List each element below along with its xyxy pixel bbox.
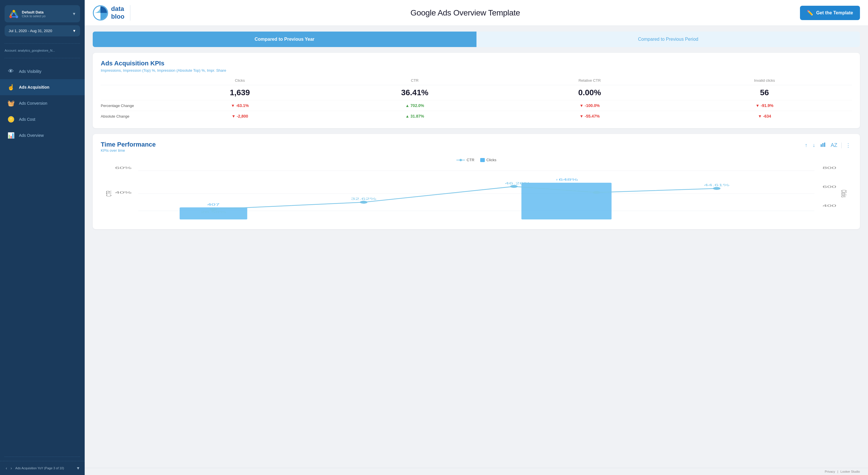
abs-change-clicks-arrow: ▼ (231, 114, 236, 118)
tab-previous-year[interactable]: Compared to Previous Year (93, 32, 476, 47)
abs-change-rctr-arrow: ▼ (580, 114, 584, 118)
svg-text:40%: 40% (115, 191, 132, 195)
sidebar-item-ads-conversion-label: Ads Conversion (19, 101, 48, 106)
sidebar-item-ads-visibility-label: Ads Visibility (19, 69, 41, 74)
perf-subtitle: KPIs over time (101, 148, 156, 152)
svg-point-27 (593, 191, 600, 194)
next-page-button[interactable]: › (9, 465, 13, 472)
kpi-value-clicks: 1,639 (152, 86, 327, 99)
prev-page-button[interactable]: ‹ (5, 465, 8, 472)
pct-change-ctr-value: 702.0% (410, 103, 424, 108)
absolute-change-label: Absolute Change (101, 114, 152, 118)
svg-text:407: 407 (207, 203, 220, 206)
svg-text:CTR: CTR (104, 191, 113, 197)
svg-text:600: 600 (823, 185, 836, 189)
account-title: Default Data (22, 10, 69, 14)
visibility-icon: 👁 (7, 68, 15, 75)
account-value-text: analytics_googlestore_N... (18, 49, 55, 52)
databloo-logo-icon (93, 5, 108, 21)
percentage-change-label: Percentage Change (101, 104, 152, 108)
abs-change-clicks: ▼ -2,800 (152, 114, 327, 118)
account-chevron-icon: ▼ (72, 11, 76, 16)
svg-point-26 (510, 185, 518, 188)
svg-point-25 (360, 201, 367, 204)
svg-text:Clicks: Clicks (840, 190, 848, 198)
footer-separator: | (837, 470, 838, 473)
pct-change-rctr-arrow: ▼ (580, 103, 584, 108)
sidebar-item-ads-visibility[interactable]: 👁 Ads Visibility (0, 63, 85, 79)
chart-container: 60% 40% 800 600 400 CTR Clicks (101, 165, 852, 222)
abs-change-ctr: ▲ 31.87% (327, 114, 502, 118)
time-performance-card: Time Performance KPIs over time ↑ ↓ AZ (93, 134, 860, 229)
footer-bar: Privacy | Looker Studio (85, 468, 868, 475)
sidebar-divider-1 (5, 43, 80, 44)
looker-studio-label: Looker Studio (840, 470, 860, 473)
account-selector[interactable]: Default Data Click to select yo ▼ (5, 5, 80, 22)
tab-previous-period[interactable]: Compared to Previous Period (476, 32, 860, 47)
legend-ctr: CTR (456, 158, 474, 162)
sidebar-item-ads-cost-label: Ads Cost (19, 117, 35, 122)
kpi-value-invalid-clicks: 56 (677, 86, 852, 99)
sort-alpha-button[interactable]: AZ (830, 141, 838, 149)
kpi-col-clicks: Clicks (152, 78, 327, 82)
svg-rect-8 (823, 143, 824, 147)
sidebar-nav: 👁 Ads Visibility ☝ Ads Acquisition 🧺 Ads… (0, 61, 85, 453)
kpi-main-empty: - (101, 86, 152, 99)
sidebar-item-ads-acquisition[interactable]: ☝ Ads Acquisition (0, 79, 85, 95)
page-indicator: Ads Acquisition YoY (Page 3 of 10) (15, 466, 74, 470)
sort-desc-button[interactable]: ↓ (811, 141, 816, 149)
sidebar-item-ads-overview[interactable]: 📊 Ads Overview (0, 127, 85, 143)
content-area: Compared to Previous Year Compared to Pr… (85, 26, 868, 468)
cost-icon: 🪙 (7, 116, 15, 123)
perf-controls: ↑ ↓ AZ ⋮ (804, 141, 852, 150)
sort-asc-button[interactable]: ↑ (804, 141, 809, 149)
svg-text:46.26%: 46.26% (505, 182, 530, 185)
abs-change-invalid-arrow: ▼ (758, 114, 762, 118)
sidebar-divider-2 (5, 58, 80, 58)
pct-change-relative-ctr: ▼ -100.0% (502, 103, 677, 108)
kpi-card: Ads Acquisition KPIs Impressions, Impres… (93, 53, 860, 128)
logo-top: data (111, 5, 124, 12)
more-options-button[interactable]: ⋮ (844, 141, 852, 150)
svg-text:44.61%: 44.61% (704, 183, 730, 187)
pct-change-clicks-arrow: ▼ (231, 103, 235, 108)
date-range-selector[interactable]: Jul 1, 2020 - Aug 31, 2020 ▼ (5, 25, 80, 36)
abs-change-relative-ctr: ▼ -55.47% (502, 114, 677, 118)
top-header: data bloo Google Ads Overview Template ✏… (85, 0, 868, 26)
sidebar-item-ads-conversion[interactable]: 🧺 Ads Conversion (0, 95, 85, 111)
sidebar-header: Default Data Click to select yo ▼ Jul 1,… (0, 0, 85, 39)
privacy-label: Privacy (825, 470, 835, 473)
google-ads-icon (9, 9, 19, 19)
kpi-absolute-change-row: Absolute Change ▼ -2,800 ▲ 31.87% ▼ -55.… (101, 111, 852, 121)
legend-bar-icon (480, 158, 485, 162)
sidebar-item-ads-overview-label: Ads Overview (19, 133, 43, 138)
pct-change-ctr-arrow: ▲ (405, 103, 409, 108)
sidebar-footer: ‹ › Ads Acquisition YoY (Page 3 of 10) ▼ (0, 461, 85, 475)
get-template-button[interactable]: ✏️ Get the Template (800, 6, 860, 20)
account-label-area: Account: analytics_googlestore_N... (0, 47, 85, 55)
abs-change-invalid: ▼ -634 (677, 114, 852, 118)
abs-change-invalid-value: -634 (763, 114, 771, 118)
perf-title-area: Time Performance KPIs over time (101, 141, 156, 157)
svg-text:60%: 60% (115, 166, 132, 170)
pct-change-invalid: ▼ -91.9% (677, 103, 852, 108)
page-title: Google Ads Overview Template (136, 8, 794, 18)
sidebar-divider-3 (5, 456, 80, 457)
abs-change-clicks-value: -2,800 (237, 114, 248, 118)
bar-chart-icon (820, 142, 826, 147)
svg-point-28 (713, 187, 720, 190)
kpi-subtitle: Impressions, Impression (Top) %, Impress… (101, 68, 852, 73)
time-performance-chart: 60% 40% 800 600 400 CTR Clicks (101, 165, 852, 222)
get-template-label: Get the Template (816, 10, 853, 15)
logo-text: data bloo (111, 5, 124, 20)
chart-type-button[interactable] (819, 141, 827, 150)
controls-divider (841, 142, 842, 148)
pct-change-rctr-value: -100.0% (585, 103, 600, 108)
kpi-col-relative-ctr: Relative CTR (502, 78, 677, 82)
sidebar-item-ads-cost[interactable]: 🪙 Ads Cost (0, 111, 85, 127)
kpi-col-invalid-clicks: Invalid clicks (677, 78, 852, 82)
abs-change-rctr-value: -55.47% (585, 114, 600, 118)
sidebar-item-ads-acquisition-label: Ads Acquisition (19, 85, 50, 90)
perf-title: Time Performance (101, 141, 156, 148)
svg-text:800: 800 (823, 166, 836, 170)
